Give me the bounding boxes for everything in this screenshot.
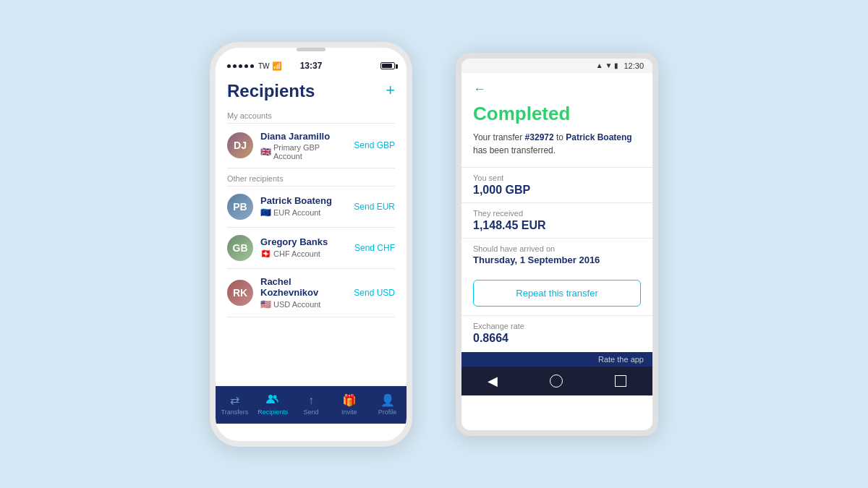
patrick-name: Patrick Boateng — [260, 195, 346, 206]
send-gbp-button[interactable]: Send GBP — [354, 140, 395, 150]
exchange-rate-section: Exchange rate 0.8664 — [461, 315, 652, 351]
rachel-name: Rachel Kozhevnikov — [260, 276, 346, 298]
android-status-icons: ▲ ▼ ▮ 12:30 — [596, 61, 644, 70]
arrived-label: Should have arrived on — [473, 244, 641, 253]
recipient-name: Patrick Boateng — [566, 132, 631, 142]
repeat-transfer-button[interactable]: Repeat this transfer — [473, 280, 641, 307]
signal-dots — [227, 64, 254, 68]
rachel-account-type: USD Account — [273, 300, 320, 309]
rate-app-label: Rate the app — [598, 355, 644, 364]
they-received-label: They received — [473, 209, 641, 218]
recipient-gregory[interactable]: GB Gregory Banks 🇨🇭 CHF Account Send CHF — [216, 228, 407, 268]
signal-icon: ▲ — [596, 61, 603, 69]
recipients-label: Recipients — [258, 408, 288, 416]
rachel-info: Rachel Kozhevnikov 🇺🇸 USD Account — [260, 276, 346, 309]
avatar-rachel: RK — [227, 280, 253, 306]
avatar-patrick: PB — [227, 194, 253, 220]
avatar-diana: DJ — [227, 132, 253, 158]
carrier-info: TW 📶 — [227, 61, 282, 71]
diana-info: Diana Jaramillo 🇬🇧 Primary GBP Account — [260, 131, 346, 160]
gregory-name: Gregory Banks — [260, 236, 347, 247]
nav-send[interactable]: ↑ Send — [292, 386, 331, 424]
android-nav-bar: ◀ — [461, 367, 652, 395]
wifi-icon: 📶 — [272, 61, 282, 71]
arrived-section: Should have arrived on Thursday, 1 Septe… — [461, 238, 652, 271]
battery-area — [380, 62, 395, 69]
recipients-icon — [266, 394, 279, 407]
diana-account-type: Primary GBP Account — [273, 143, 346, 160]
invite-icon: 🎁 — [342, 393, 357, 407]
bottom-nav: ⇄ Transfers Recipients ↑ Send — [216, 386, 407, 424]
android-app-content: ← Completed Your transfer #32972 to Patr… — [461, 73, 652, 401]
home-nav-icon[interactable] — [550, 374, 563, 388]
other-recipients-label: Other recipients — [216, 168, 407, 186]
back-button[interactable]: ← — [473, 82, 486, 97]
nav-profile[interactable]: 👤 Profile — [368, 386, 407, 424]
you-sent-label: You sent — [473, 174, 641, 182]
they-received-section: They received 1,148.45 EUR — [461, 202, 652, 238]
send-chf-button[interactable]: Send CHF — [354, 243, 395, 253]
svg-point-1 — [273, 395, 277, 398]
back-nav-icon[interactable]: ◀ — [488, 373, 498, 389]
rachel-account: 🇺🇸 USD Account — [260, 299, 346, 309]
recipient-patrick[interactable]: PB Patrick Boateng 🇪🇺 EUR Account Send E… — [216, 187, 407, 227]
speaker — [297, 48, 326, 51]
send-icon: ↑ — [308, 394, 314, 407]
wifi-android-icon: ▼ — [605, 61, 613, 69]
exchange-rate-value: 0.8664 — [473, 332, 641, 345]
gregory-info: Gregory Banks 🇨🇭 CHF Account — [260, 236, 347, 259]
profile-icon: 👤 — [380, 393, 395, 407]
desc-middle: to — [554, 132, 566, 142]
nav-transfers[interactable]: ⇄ Transfers — [216, 386, 254, 424]
transfers-icon: ⇄ — [230, 393, 239, 407]
send-eur-button[interactable]: Send EUR — [354, 202, 395, 212]
status-time: 13:37 — [300, 61, 323, 71]
eu-flag: 🇪🇺 — [260, 207, 271, 218]
invite-label: Invite — [341, 408, 357, 416]
transfer-description: Your transfer #32972 to Patrick Boateng … — [461, 131, 652, 167]
ios-status-bar: TW 📶 13:37 — [216, 56, 407, 74]
send-label: Send — [303, 408, 318, 416]
android-status-bar: ▲ ▼ ▮ 12:30 — [461, 59, 652, 73]
patrick-account-type: EUR Account — [273, 208, 320, 217]
arrived-value: Thursday, 1 September 2016 — [473, 254, 641, 265]
add-button[interactable]: + — [386, 81, 395, 100]
us-flag: 🇺🇸 — [260, 299, 271, 309]
patrick-info: Patrick Boateng 🇪🇺 EUR Account — [260, 195, 346, 218]
my-accounts-label: My accounts — [216, 106, 407, 123]
app-header: Recipients + — [216, 74, 407, 106]
diana-account: 🇬🇧 Primary GBP Account — [260, 143, 346, 160]
diana-name: Diana Jaramillo — [260, 131, 346, 142]
desc-suffix: has been transferred. — [473, 145, 556, 155]
divider-6 — [227, 317, 395, 317]
gregory-account-type: CHF Account — [273, 249, 320, 258]
recents-nav-icon[interactable] — [615, 375, 626, 387]
recipient-diana[interactable]: DJ Diana Jaramillo 🇬🇧 Primary GBP Accoun… — [216, 124, 407, 168]
android-time: 12:30 — [624, 61, 644, 70]
gb-flag: 🇬🇧 — [260, 147, 271, 157]
transfers-label: Transfers — [221, 408, 249, 416]
send-usd-button[interactable]: Send USD — [354, 288, 395, 298]
avatar-gregory: GB — [227, 235, 253, 261]
carrier-label: TW — [258, 62, 270, 70]
exchange-rate-label: Exchange rate — [473, 322, 641, 330]
nav-recipients[interactable]: Recipients — [254, 386, 292, 424]
page-title: Recipients — [227, 81, 315, 101]
android-phone: ▲ ▼ ▮ 12:30 ← Completed Your transfer #3… — [456, 53, 658, 436]
ch-flag: 🇨🇭 — [260, 249, 271, 259]
android-header: ← — [461, 73, 652, 103]
battery-icon — [380, 62, 395, 69]
you-sent-section: You sent 1,000 GBP — [461, 167, 652, 202]
battery-android-icon: ▮ — [614, 61, 618, 69]
you-sent-value: 1,000 GBP — [473, 184, 641, 197]
patrick-account: 🇪🇺 EUR Account — [260, 207, 346, 218]
rate-app-bar[interactable]: Rate the app — [461, 352, 652, 367]
nav-invite[interactable]: 🎁 Invite — [330, 386, 368, 424]
completed-title: Completed — [461, 103, 652, 131]
recipient-rachel[interactable]: RK Rachel Kozhevnikov 🇺🇸 USD Account Sen… — [216, 269, 407, 317]
ios-app-content: Recipients + My accounts DJ Diana Jarami… — [216, 74, 407, 424]
svg-point-0 — [268, 395, 273, 399]
desc-prefix: Your transfer — [473, 132, 525, 142]
transfer-number: #32972 — [525, 132, 554, 142]
ios-phone: TW 📶 13:37 Recipients + My accounts DJ D… — [210, 42, 412, 447]
